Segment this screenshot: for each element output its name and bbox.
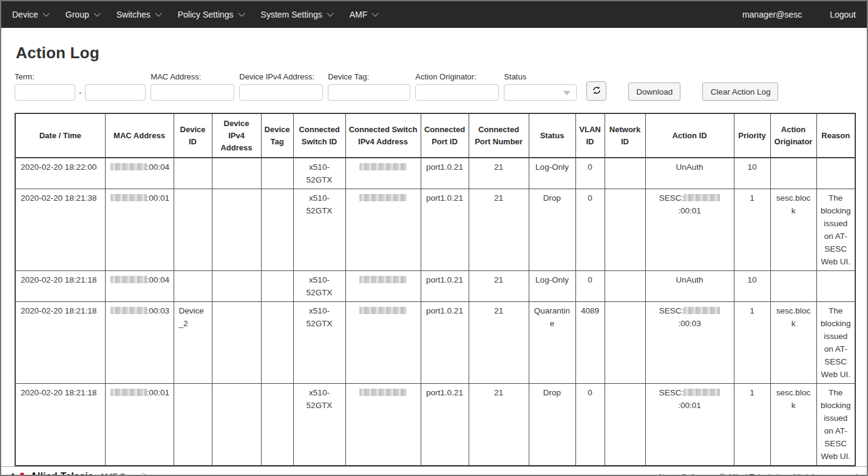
nav-menu-policy-settings[interactable]: Policy Settings (178, 10, 243, 19)
copyright-text: © Allied Telesis Inc. All rights reserve… (719, 472, 860, 476)
table-cell: x510-52GTX (293, 189, 345, 271)
nav-menu-amf[interactable]: AMF (350, 10, 377, 19)
chevron-down-icon (238, 10, 245, 16)
column-header: Priority (734, 113, 770, 158)
table-cell: Drop (529, 189, 575, 271)
table-cell (261, 271, 293, 302)
device-ipv4-label: Device IPv4 Address: (239, 72, 323, 81)
redacted-value (110, 307, 147, 314)
table-cell: x510-52GTX (293, 302, 345, 384)
logout-button[interactable]: Logout (830, 10, 856, 19)
redacted-value (359, 194, 407, 201)
brand-name: Allied Telesis (30, 471, 93, 476)
table-cell (212, 189, 261, 271)
redacted-value (110, 276, 147, 283)
page-title: Action Log (16, 44, 853, 62)
refresh-button[interactable] (586, 81, 606, 101)
nav-menu-label: Switches (117, 10, 151, 19)
table-cell: :00:01 (105, 189, 174, 271)
table-cell: x510-52GTX (293, 384, 345, 466)
table-row: 2020-02-20 18:21:38:00:01x510-52GTXport1… (15, 189, 855, 271)
column-header: Device ID (174, 113, 212, 158)
table-cell (770, 158, 816, 189)
device-tag-label: Device Tag: (328, 72, 410, 81)
redacted-value (110, 389, 147, 396)
filter-tag: Device Tag: (328, 72, 410, 101)
top-nav: Device Group Switches Policy Settings Sy… (1, 1, 867, 28)
table-cell: 21 (469, 384, 529, 466)
table-cell (261, 158, 293, 189)
about-software-link[interactable]: About Software (657, 472, 713, 476)
table-cell (212, 271, 261, 302)
table-row: 2020-02-20 18:21:18:00:04x510-52GTXport1… (15, 271, 855, 302)
table-cell (261, 189, 293, 271)
table-cell: 10 (734, 158, 770, 189)
table-cell: The blocking issued on AT-SESC Web UI. (816, 189, 855, 271)
table-cell (212, 302, 261, 384)
nav-menu-label: Group (66, 10, 89, 19)
filter-status: Status (504, 72, 577, 101)
redacted-value (359, 389, 407, 396)
mac-address-input[interactable] (151, 84, 234, 101)
chevron-down-icon (372, 10, 379, 16)
column-header: Reason (816, 113, 855, 158)
table-cell: 0 (575, 189, 605, 271)
term-to-input[interactable] (85, 84, 146, 101)
table-cell: UnAuth (645, 158, 734, 189)
table-row: 2020-02-20 18:21:18:00:03Device_2x510-52… (15, 302, 855, 384)
table-cell (345, 384, 421, 466)
download-button[interactable]: Download (628, 82, 680, 101)
table-cell: port1.0.21 (421, 302, 469, 384)
filter-ipv4: Device IPv4 Address: (239, 72, 323, 101)
table-cell: 0 (575, 384, 605, 466)
nav-menu-system-settings[interactable]: System Settings (261, 10, 331, 19)
nav-menu-group[interactable]: Group (66, 10, 98, 19)
filter-bar: Term: - MAC Address: Device IPv4 Address… (15, 72, 853, 101)
action-originator-label: Action Originator: (415, 72, 499, 81)
table-cell (174, 158, 212, 189)
table-cell: SESC::00:01 (645, 189, 734, 271)
main-content: Action Log Term: - MAC Address: Device I… (1, 28, 867, 466)
table-cell (174, 271, 212, 302)
table-cell: port1.0.21 (421, 158, 469, 189)
table-cell: 21 (469, 302, 529, 384)
logo-mark-icon (7, 471, 25, 476)
device-tag-input[interactable] (328, 84, 410, 101)
filter-mac: MAC Address: (151, 72, 234, 101)
refresh-icon (591, 85, 602, 98)
term-from-input[interactable] (15, 84, 75, 101)
table-cell: :00:01 (105, 384, 174, 466)
table-cell: 21 (469, 158, 529, 189)
product-name: AMF Security (100, 472, 151, 476)
column-header: Action ID (645, 113, 734, 158)
redacted-value (110, 163, 147, 170)
redacted-value (683, 194, 720, 201)
table-cell: The blocking issued on AT-SESC Web UI. (816, 384, 855, 466)
nav-menu-switches[interactable]: Switches (117, 10, 160, 19)
action-originator-input[interactable] (415, 84, 499, 101)
column-header: Date / Time (15, 113, 105, 158)
table-cell (605, 271, 645, 302)
table-cell (770, 271, 816, 302)
status-select[interactable] (504, 84, 577, 101)
table-cell (816, 271, 855, 302)
table-cell: sesc.block (770, 302, 816, 384)
app-window: Device Group Switches Policy Settings Sy… (0, 0, 868, 476)
nav-menu-label: Policy Settings (178, 10, 234, 19)
column-header: Device Tag (261, 113, 293, 158)
nav-menu-label: System Settings (261, 10, 322, 19)
filter-originator: Action Originator: (415, 72, 499, 101)
column-header: Connected Switch IPv4 Address (345, 113, 421, 158)
nav-menu-device[interactable]: Device (12, 10, 47, 19)
allied-telesis-logo: Allied Telesis (7, 471, 93, 476)
table-cell (345, 158, 421, 189)
table-cell: 4089 (575, 302, 605, 384)
table-cell (345, 271, 421, 302)
device-ipv4-input[interactable] (239, 84, 323, 101)
table-cell: Device_2 (174, 302, 212, 384)
dropdown-arrow-icon (563, 91, 571, 95)
chevron-down-icon (93, 10, 100, 16)
clear-action-log-button[interactable]: Clear Action Log (702, 82, 778, 101)
table-cell (174, 384, 212, 466)
table-cell: Log-Only (529, 158, 575, 189)
